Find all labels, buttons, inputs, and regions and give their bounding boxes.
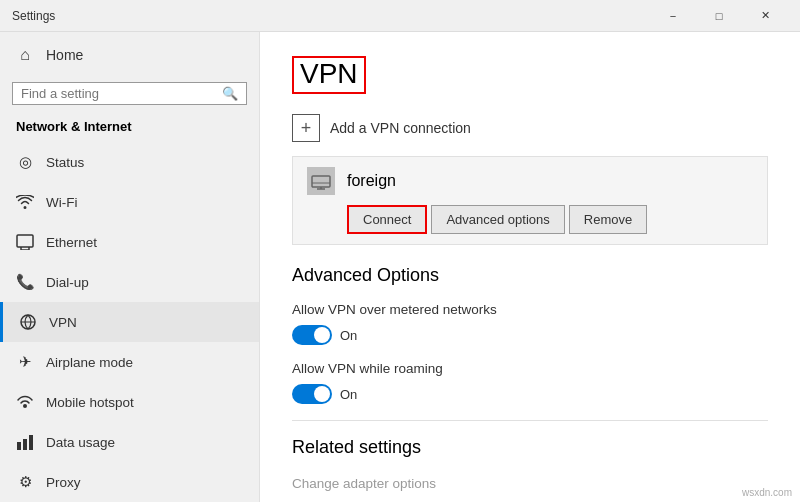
option2-toggle[interactable] xyxy=(292,384,332,404)
add-vpn-button[interactable]: + Add a VPN connection xyxy=(292,114,768,142)
sidebar-item-label: VPN xyxy=(49,315,77,330)
search-box[interactable]: 🔍 xyxy=(12,82,247,105)
related-settings-title: Related settings xyxy=(292,437,768,458)
related-settings-section: Related settings Change adapter options xyxy=(292,437,768,492)
wifi-icon xyxy=(16,193,34,211)
watermark: wsxdn.com xyxy=(742,487,792,498)
svg-rect-7 xyxy=(23,439,27,450)
minimize-button[interactable]: − xyxy=(650,0,696,32)
divider xyxy=(292,420,768,421)
airplane-icon: ✈ xyxy=(16,353,34,371)
sidebar-item-ethernet[interactable]: Ethernet xyxy=(0,222,259,262)
option2-toggle-label: On xyxy=(340,387,357,402)
option1-toggle-label: On xyxy=(340,328,357,343)
page-title: VPN xyxy=(300,58,358,90)
page-title-box: VPN xyxy=(292,56,366,94)
option1-toggle-row: On xyxy=(292,325,768,345)
sidebar: ⌂ Home 🔍 Network & Internet ◎ Status Wi-… xyxy=(0,32,260,502)
titlebar-title: Settings xyxy=(12,9,650,23)
svg-point-5 xyxy=(23,404,27,408)
dialup-icon: 📞 xyxy=(16,273,34,291)
option2-toggle-row: On xyxy=(292,384,768,404)
sidebar-item-datausage[interactable]: Data usage xyxy=(0,422,259,462)
svg-rect-9 xyxy=(312,176,330,187)
sidebar-item-label: Proxy xyxy=(46,475,81,490)
search-icon: 🔍 xyxy=(222,86,238,101)
sidebar-item-vpn[interactable]: VPN xyxy=(0,302,259,342)
sidebar-item-label: Wi-Fi xyxy=(46,195,77,210)
option1-label: Allow VPN over metered networks xyxy=(292,302,768,317)
option1-toggle[interactable] xyxy=(292,325,332,345)
add-vpn-icon: + xyxy=(292,114,320,142)
advanced-options-button[interactable]: Advanced options xyxy=(431,205,564,234)
content-area: VPN + Add a VPN connection foreign xyxy=(260,32,800,502)
change-adapter-link[interactable]: Change adapter options xyxy=(292,476,436,491)
home-label: Home xyxy=(46,47,83,63)
sidebar-item-label: Dial-up xyxy=(46,275,89,290)
svg-rect-0 xyxy=(17,235,33,247)
sidebar-item-wifi[interactable]: Wi-Fi xyxy=(0,182,259,222)
sidebar-item-proxy[interactable]: ⚙ Proxy xyxy=(0,462,259,502)
app-body: ⌂ Home 🔍 Network & Internet ◎ Status Wi-… xyxy=(0,32,800,502)
svg-rect-6 xyxy=(17,442,21,450)
home-icon: ⌂ xyxy=(16,46,34,64)
sidebar-item-label: Data usage xyxy=(46,435,115,450)
maximize-button[interactable]: □ xyxy=(696,0,742,32)
sidebar-item-label: Status xyxy=(46,155,84,170)
titlebar: Settings − □ ✕ xyxy=(0,0,800,32)
sidebar-section-title: Network & Internet xyxy=(0,113,259,142)
vpn-connection-name: foreign xyxy=(347,172,396,190)
vpn-card: foreign Connect Advanced options Remove xyxy=(292,156,768,245)
sidebar-item-dialup[interactable]: 📞 Dial-up xyxy=(0,262,259,302)
connect-button[interactable]: Connect xyxy=(347,205,427,234)
sidebar-item-label: Mobile hotspot xyxy=(46,395,134,410)
vpn-card-header: foreign xyxy=(307,167,753,195)
ethernet-icon xyxy=(16,233,34,251)
vpn-card-buttons: Connect Advanced options Remove xyxy=(307,205,753,234)
close-button[interactable]: ✕ xyxy=(742,0,788,32)
sidebar-item-airplane[interactable]: ✈ Airplane mode xyxy=(0,342,259,382)
titlebar-controls: − □ ✕ xyxy=(650,0,788,32)
sidebar-item-hotspot[interactable]: Mobile hotspot xyxy=(0,382,259,422)
option2-label: Allow VPN while roaming xyxy=(292,361,768,376)
datausage-icon xyxy=(16,433,34,451)
vpn-network-icon xyxy=(307,167,335,195)
hotspot-icon xyxy=(16,393,34,411)
sidebar-item-home[interactable]: ⌂ Home xyxy=(0,32,259,78)
sidebar-item-status[interactable]: ◎ Status xyxy=(0,142,259,182)
advanced-options-section: Advanced Options Allow VPN over metered … xyxy=(292,265,768,404)
sidebar-item-label: Airplane mode xyxy=(46,355,133,370)
vpn-icon xyxy=(19,313,37,331)
add-vpn-label: Add a VPN connection xyxy=(330,120,471,136)
svg-rect-8 xyxy=(29,435,33,450)
proxy-icon: ⚙ xyxy=(16,473,34,491)
search-input[interactable] xyxy=(21,86,222,101)
remove-button[interactable]: Remove xyxy=(569,205,647,234)
advanced-options-title: Advanced Options xyxy=(292,265,768,286)
status-icon: ◎ xyxy=(16,153,34,171)
sidebar-item-label: Ethernet xyxy=(46,235,97,250)
